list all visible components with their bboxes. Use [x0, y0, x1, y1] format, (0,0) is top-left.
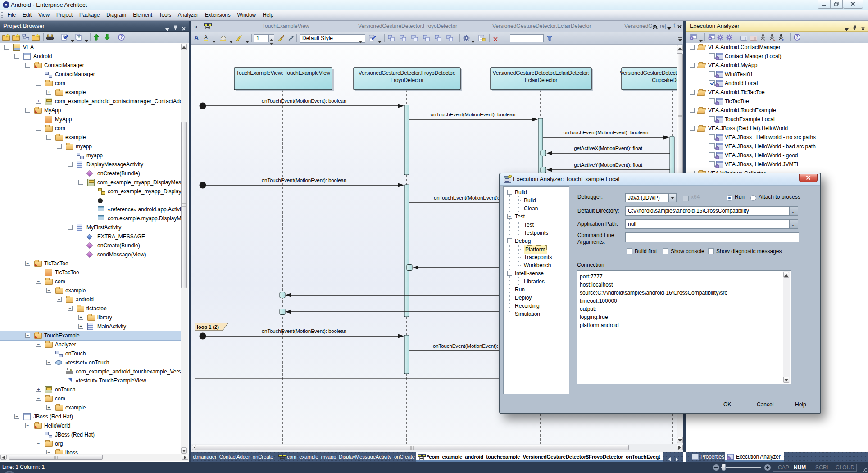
svg-text:onTouchEvent(MotionEvent): boo: onTouchEvent(MotionEvent): boolean — [262, 177, 346, 183]
svg-text:VersionedGestureDetector.Froyo: VersionedGestureDetector.FroyoDetector: — [359, 70, 456, 76]
svg-text:getActiveX(MotionEvent): float: getActiveX(MotionEvent): float — [574, 146, 643, 151]
svg-text:?: ? — [795, 35, 798, 40]
svg-text:VersionedGestureDetector.Eclai: VersionedGestureDetector.EclairDetector: — [493, 70, 590, 76]
svg-text:onTouchEvent(MotionEvent): boo: onTouchEvent(MotionEvent): boolean — [262, 98, 346, 104]
svg-text:onTouchEvent(MotionEvent): boo: onTouchEvent(MotionEvent): boolean — [262, 328, 346, 334]
svg-text:FroyoDetector: FroyoDetector — [391, 77, 424, 83]
svg-text:VersionedGestureDetector.Cupca: VersionedGestureDetector.CupcakeDetector… — [620, 70, 677, 76]
svg-text:TouchExampleView: TouchExample: TouchExampleView: TouchExampleView — [236, 70, 330, 76]
svg-text:loop 1 (2): loop 1 (2) — [197, 324, 219, 330]
svg-text:getActiveY(MotionEvent): float: getActiveY(MotionEvent): float — [574, 162, 643, 168]
svg-text:onTouchEvent(MotionEvent): boo: onTouchEvent(MotionEvent): boolean — [564, 130, 648, 135]
svg-text:onTouchEvent(MotionEvent): b: onTouchEvent(MotionEvent): b — [434, 195, 503, 200]
svg-text:EclairDetector: EclairDetector — [525, 77, 558, 83]
svg-text:onTouchEvent(MotionEvent): boo: onTouchEvent(MotionEvent): boolean — [431, 112, 515, 117]
svg-text:CupcakeDetector: CupcakeDetector — [652, 77, 677, 83]
svg-text:?: ? — [120, 35, 123, 40]
